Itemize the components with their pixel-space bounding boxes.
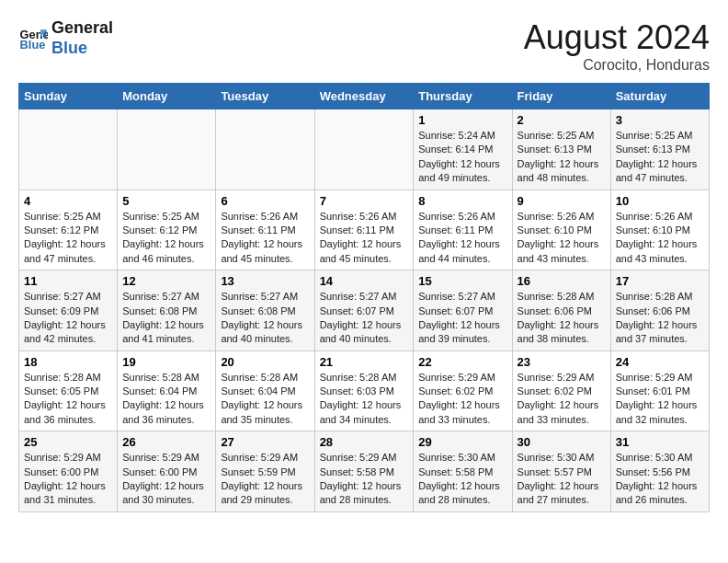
- calendar-cell: [216, 109, 314, 190]
- day-number: 3: [616, 113, 704, 127]
- day-info: Sunrise: 5:30 AMSunset: 5:57 PMDaylight:…: [518, 451, 606, 508]
- weekday-header-thursday: Thursday: [414, 84, 512, 109]
- day-info: Sunrise: 5:29 AMSunset: 6:01 PMDaylight:…: [616, 371, 704, 428]
- day-number: 14: [320, 274, 409, 288]
- day-info: Sunrise: 5:27 AMSunset: 6:07 PMDaylight:…: [418, 290, 506, 347]
- calendar-header-row: SundayMondayTuesdayWednesdayThursdayFrid…: [19, 84, 710, 109]
- weekday-header-friday: Friday: [512, 84, 610, 109]
- day-info: Sunrise: 5:25 AMSunset: 6:12 PMDaylight:…: [122, 210, 210, 267]
- day-number: 30: [518, 435, 606, 449]
- title-area: August 2024 Corocito, Honduras: [524, 18, 710, 74]
- day-info: Sunrise: 5:29 AMSunset: 6:02 PMDaylight:…: [518, 371, 606, 428]
- day-number: 22: [418, 355, 506, 369]
- calendar-cell: 27Sunrise: 5:29 AMSunset: 5:59 PMDayligh…: [216, 431, 314, 512]
- day-number: 16: [518, 274, 606, 288]
- day-number: 9: [518, 194, 606, 208]
- calendar-cell: 16Sunrise: 5:28 AMSunset: 6:06 PMDayligh…: [512, 270, 610, 351]
- calendar-cell: 11Sunrise: 5:27 AMSunset: 6:09 PMDayligh…: [19, 270, 118, 351]
- calendar-cell: 21Sunrise: 5:28 AMSunset: 6:03 PMDayligh…: [314, 350, 414, 431]
- calendar-week-5: 25Sunrise: 5:29 AMSunset: 6:00 PMDayligh…: [19, 431, 710, 512]
- calendar-week-1: 1Sunrise: 5:24 AMSunset: 6:14 PMDaylight…: [19, 109, 710, 190]
- calendar-cell: 14Sunrise: 5:27 AMSunset: 6:07 PMDayligh…: [314, 270, 414, 351]
- day-number: 19: [122, 355, 210, 369]
- calendar-week-3: 11Sunrise: 5:27 AMSunset: 6:09 PMDayligh…: [19, 270, 710, 351]
- day-info: Sunrise: 5:29 AMSunset: 5:58 PMDaylight:…: [320, 451, 409, 508]
- day-number: 1: [418, 113, 506, 127]
- day-info: Sunrise: 5:26 AMSunset: 6:11 PMDaylight:…: [418, 210, 506, 267]
- calendar-cell: 25Sunrise: 5:29 AMSunset: 6:00 PMDayligh…: [19, 431, 118, 512]
- day-info: Sunrise: 5:28 AMSunset: 6:05 PMDaylight:…: [24, 371, 112, 428]
- calendar-cell: 13Sunrise: 5:27 AMSunset: 6:08 PMDayligh…: [216, 270, 314, 351]
- day-number: 17: [616, 274, 704, 288]
- calendar-cell: 28Sunrise: 5:29 AMSunset: 5:58 PMDayligh…: [314, 431, 414, 512]
- calendar-cell: 31Sunrise: 5:30 AMSunset: 5:56 PMDayligh…: [610, 431, 709, 512]
- day-info: Sunrise: 5:26 AMSunset: 6:10 PMDaylight:…: [518, 210, 606, 267]
- day-info: Sunrise: 5:26 AMSunset: 6:11 PMDaylight:…: [221, 210, 309, 267]
- day-info: Sunrise: 5:25 AMSunset: 6:13 PMDaylight:…: [616, 129, 704, 186]
- day-info: Sunrise: 5:30 AMSunset: 5:58 PMDaylight:…: [418, 451, 506, 508]
- weekday-header-monday: Monday: [118, 84, 216, 109]
- calendar-cell: 1Sunrise: 5:24 AMSunset: 6:14 PMDaylight…: [414, 109, 512, 190]
- day-number: 2: [518, 113, 606, 127]
- day-number: 31: [616, 435, 704, 449]
- calendar-cell: 9Sunrise: 5:26 AMSunset: 6:10 PMDaylight…: [512, 190, 610, 270]
- day-info: Sunrise: 5:28 AMSunset: 6:04 PMDaylight:…: [122, 371, 210, 428]
- svg-text:Blue: Blue: [20, 38, 46, 52]
- day-number: 15: [418, 274, 506, 288]
- calendar-cell: [19, 109, 118, 190]
- calendar-cell: 22Sunrise: 5:29 AMSunset: 6:02 PMDayligh…: [414, 350, 512, 431]
- calendar-cell: 24Sunrise: 5:29 AMSunset: 6:01 PMDayligh…: [610, 350, 709, 431]
- weekday-header-wednesday: Wednesday: [314, 84, 414, 109]
- calendar-cell: 26Sunrise: 5:29 AMSunset: 6:00 PMDayligh…: [118, 431, 216, 512]
- calendar-cell: 3Sunrise: 5:25 AMSunset: 6:13 PMDaylight…: [610, 109, 709, 190]
- day-info: Sunrise: 5:28 AMSunset: 6:04 PMDaylight:…: [221, 371, 309, 428]
- day-number: 23: [518, 355, 606, 369]
- weekday-header-saturday: Saturday: [610, 84, 709, 109]
- logo-blue: Blue: [51, 39, 113, 59]
- calendar-cell: 29Sunrise: 5:30 AMSunset: 5:58 PMDayligh…: [414, 431, 512, 512]
- day-number: 28: [320, 435, 409, 449]
- calendar-table: SundayMondayTuesdayWednesdayThursdayFrid…: [18, 83, 710, 512]
- day-info: Sunrise: 5:28 AMSunset: 6:03 PMDaylight:…: [320, 371, 409, 428]
- calendar-cell: 5Sunrise: 5:25 AMSunset: 6:12 PMDaylight…: [118, 190, 216, 270]
- day-number: 11: [24, 274, 112, 288]
- calendar-week-2: 4Sunrise: 5:25 AMSunset: 6:12 PMDaylight…: [19, 190, 710, 270]
- day-number: 10: [616, 194, 704, 208]
- day-number: 4: [24, 194, 112, 208]
- day-info: Sunrise: 5:29 AMSunset: 6:00 PMDaylight:…: [122, 451, 210, 508]
- day-info: Sunrise: 5:27 AMSunset: 6:08 PMDaylight:…: [221, 290, 309, 347]
- calendar-cell: 23Sunrise: 5:29 AMSunset: 6:02 PMDayligh…: [512, 350, 610, 431]
- day-number: 13: [221, 274, 309, 288]
- day-info: Sunrise: 5:26 AMSunset: 6:10 PMDaylight:…: [616, 210, 704, 267]
- day-number: 24: [616, 355, 704, 369]
- calendar-cell: 10Sunrise: 5:26 AMSunset: 6:10 PMDayligh…: [610, 190, 709, 270]
- calendar-cell: [118, 109, 216, 190]
- day-info: Sunrise: 5:29 AMSunset: 6:00 PMDaylight:…: [24, 451, 112, 508]
- calendar-cell: 12Sunrise: 5:27 AMSunset: 6:08 PMDayligh…: [118, 270, 216, 351]
- calendar-cell: 17Sunrise: 5:28 AMSunset: 6:06 PMDayligh…: [610, 270, 709, 351]
- calendar-cell: 4Sunrise: 5:25 AMSunset: 6:12 PMDaylight…: [19, 190, 118, 270]
- day-number: 12: [122, 274, 210, 288]
- month-title: August 2024: [524, 18, 710, 57]
- day-info: Sunrise: 5:28 AMSunset: 6:06 PMDaylight:…: [616, 290, 704, 347]
- day-info: Sunrise: 5:25 AMSunset: 6:13 PMDaylight:…: [518, 129, 606, 186]
- calendar-cell: 18Sunrise: 5:28 AMSunset: 6:05 PMDayligh…: [19, 350, 118, 431]
- calendar-cell: 19Sunrise: 5:28 AMSunset: 6:04 PMDayligh…: [118, 350, 216, 431]
- calendar-week-4: 18Sunrise: 5:28 AMSunset: 6:05 PMDayligh…: [19, 350, 710, 431]
- calendar-cell: 8Sunrise: 5:26 AMSunset: 6:11 PMDaylight…: [414, 190, 512, 270]
- day-number: 20: [221, 355, 309, 369]
- location: Corocito, Honduras: [524, 57, 710, 74]
- day-info: Sunrise: 5:27 AMSunset: 6:09 PMDaylight:…: [24, 290, 112, 347]
- calendar-cell: 2Sunrise: 5:25 AMSunset: 6:13 PMDaylight…: [512, 109, 610, 190]
- day-info: Sunrise: 5:27 AMSunset: 6:07 PMDaylight:…: [320, 290, 409, 347]
- weekday-header-tuesday: Tuesday: [216, 84, 314, 109]
- day-number: 6: [221, 194, 309, 208]
- day-info: Sunrise: 5:29 AMSunset: 6:02 PMDaylight:…: [418, 371, 506, 428]
- day-info: Sunrise: 5:29 AMSunset: 5:59 PMDaylight:…: [221, 451, 309, 508]
- calendar-cell: 20Sunrise: 5:28 AMSunset: 6:04 PMDayligh…: [216, 350, 314, 431]
- day-info: Sunrise: 5:26 AMSunset: 6:11 PMDaylight:…: [320, 210, 409, 267]
- day-info: Sunrise: 5:30 AMSunset: 5:56 PMDaylight:…: [616, 451, 704, 508]
- day-info: Sunrise: 5:28 AMSunset: 6:06 PMDaylight:…: [518, 290, 606, 347]
- day-number: 26: [122, 435, 210, 449]
- calendar-cell: 7Sunrise: 5:26 AMSunset: 6:11 PMDaylight…: [314, 190, 414, 270]
